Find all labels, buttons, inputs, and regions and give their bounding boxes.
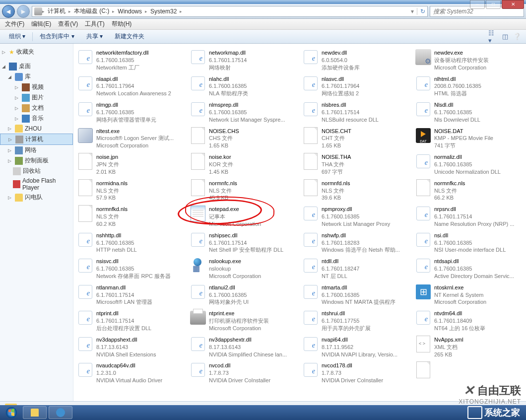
- tree-libraries[interactable]: ◢库: [0, 71, 73, 82]
- file-item[interactable]: nvcod178.dll1.7.8.73NVIDIA Driver CoInst…: [301, 360, 411, 386]
- file-item[interactable]: nvaudcap64v.dll1.2.31.0NVIDIA Virtual Au…: [75, 360, 186, 386]
- file-item[interactable]: newdev.exe设备驱动程序软件安装Microsoft Corporatio…: [413, 48, 524, 73]
- crumb-windows[interactable]: Windows: [115, 8, 145, 15]
- file-detail: 45.9 KB: [209, 194, 297, 202]
- file-item[interactable]: networkmap.dll6.1.7601.17514网络映射: [188, 48, 299, 73]
- file-name: ntvdm64.dll: [434, 310, 522, 317]
- file-item[interactable]: ntdll.dll6.1.7601.18247NT 层 DLL: [301, 256, 411, 281]
- file-item[interactable]: ntlanui2.dll6.1.7600.16385网络对象外壳 UI: [188, 282, 299, 308]
- file-detail: NLS 文件: [434, 187, 522, 195]
- file-item[interactable]: nsisvc.dll6.1.7600.16385Network 存储界面 RPC…: [75, 256, 186, 281]
- tree-desktop[interactable]: ◢桌面: [0, 61, 73, 71]
- file-item[interactable]: nlaapi.dll6.1.7601.17964Network Location…: [75, 74, 186, 99]
- start-button[interactable]: [2, 406, 21, 420]
- back-button[interactable]: ◄: [2, 5, 15, 18]
- file-item[interactable]: ntmarta.dll6.1.7600.16385Windows NT MART…: [301, 282, 411, 308]
- tree-videos[interactable]: ▷视频: [0, 82, 73, 92]
- menu-tools[interactable]: 工具(T): [82, 19, 107, 29]
- menu-file[interactable]: 文件(F): [2, 19, 27, 29]
- tree-favorites[interactable]: ▷★收藏夹: [0, 47, 73, 57]
- tree-user[interactable]: ▷ZHOU: [0, 124, 73, 134]
- close-button[interactable]: ✕: [502, 0, 524, 9]
- file-item[interactable]: NOISE.DATKMP - MPEG Movie File741 字节: [413, 126, 524, 151]
- file-item[interactable]: nv3dappshext.dll8.17.13.6143NVIDIA Shell…: [75, 335, 186, 360]
- file-item[interactable]: NOISE.CHTCHT 文件1.65 KB: [301, 126, 411, 151]
- maximize-button[interactable]: □: [486, 0, 501, 9]
- tree-computer[interactable]: ▷计算机: [0, 134, 73, 145]
- help-icon[interactable]: ❔: [512, 32, 522, 42]
- file-detail: 265 KB: [434, 351, 522, 358]
- file-item[interactable]: NOISE.THATHA 文件697 字节: [301, 152, 411, 177]
- file-item[interactable]: normnfkd.nlsNLS 文件60.2 KB: [75, 204, 186, 229]
- file-item[interactable]: nvcod.dll1.7.8.73NVIDIA Driver CoInstall…: [188, 360, 299, 386]
- file-item[interactable]: nlsbres.dll6.1.7601.17514NLSBuild resour…: [301, 100, 411, 125]
- crumb-drive[interactable]: 本地磁盘 (C:): [71, 7, 112, 15]
- file-item[interactable]: NvApps.xmlXML 文档265 KB: [413, 335, 524, 360]
- file-item[interactable]: nshhttp.dll6.1.7600.16385HTTP netsh DLL: [75, 230, 186, 256]
- file-item[interactable]: nltest.exeMicrosoft® Logon Server 测试...M…: [75, 126, 186, 151]
- file-item[interactable]: nvapi64.dll8.17.11.9562NVIDIA NVAPI Libr…: [301, 335, 411, 360]
- file-item[interactable]: networkitemfactory.dll6.1.7600.16385Netw…: [75, 48, 186, 73]
- forward-button[interactable]: ►: [17, 5, 30, 18]
- task-explorer[interactable]: [23, 406, 47, 419]
- file-item[interactable]: normidna.nlsNLS 文件57.9 KB: [75, 178, 186, 204]
- file-item[interactable]: ntdsapi.dll6.1.7600.16385Active Director…: [413, 256, 524, 281]
- file-item[interactable]: ntprint.dll6.1.7601.17514后台处理程序设置 DLL: [75, 308, 186, 334]
- file-item[interactable]: ntprint.exe打印机驱动程序软件安装Microsoft Corporat…: [188, 308, 299, 334]
- tree-network[interactable]: ▷网络: [0, 145, 73, 155]
- preview-pane-icon[interactable]: ◫: [500, 32, 510, 42]
- crumb-system32[interactable]: System32: [147, 8, 180, 15]
- file-name: nrpsrv.dll: [434, 206, 522, 213]
- file-item[interactable]: Nlsdl.dll6.1.7600.16385Nls Downlevel DLL: [413, 100, 524, 125]
- menu-view[interactable]: 查看(V): [55, 19, 81, 29]
- tree-flash[interactable]: Adobe Flash Player: [0, 176, 73, 192]
- file-item[interactable]: nlmgp.dll6.1.7600.16385网络列表管理器管理单元: [75, 100, 186, 125]
- file-item[interactable]: nlasvc.dll6.1.7601.17964网络位置感知 2: [301, 74, 411, 99]
- file-item[interactable]: npmproxy.dll6.1.7600.16385Network List M…: [301, 204, 411, 229]
- task-app[interactable]: [49, 406, 72, 419]
- menu-edit[interactable]: 编辑(E): [28, 19, 54, 29]
- file-item[interactable]: nshwfp.dll6.1.7601.18283Windows 筛选平台 Net…: [301, 230, 411, 256]
- tree-documents[interactable]: ▷文档: [0, 103, 73, 113]
- file-detail: 1.65 KB: [209, 142, 297, 149]
- tree-control-panel[interactable]: ▷控制面板: [0, 155, 73, 166]
- crumb-computer[interactable]: 计算机: [45, 7, 68, 15]
- menu-help[interactable]: 帮助(H): [109, 19, 135, 29]
- view-options-icon[interactable]: ☷ ▾: [488, 32, 498, 42]
- minimize-button[interactable]: ─: [470, 0, 485, 9]
- file-item[interactable]: ⊞ntoskrnl.exeNT Kernel & SystemMicrosoft…: [413, 282, 524, 308]
- file-item[interactable]: noise.jpnJPN 文件2.01 KB: [75, 152, 186, 177]
- file-item[interactable]: nslookup.exenslookupMicrosoft Corporatio…: [188, 256, 299, 281]
- tree-music[interactable]: ▷音乐: [0, 113, 73, 124]
- file-item[interactable]: NOISE.CHSCHS 文件1.65 KB: [188, 126, 299, 151]
- tree-other[interactable]: ▷闪电队: [0, 192, 73, 203]
- file-item[interactable]: noise.korKOR 文件1.45 KB: [188, 152, 299, 177]
- titlebar: ─ □ ✕: [0, 0, 526, 4]
- include-library-button[interactable]: 包含到库中 ▾: [35, 31, 79, 42]
- file-item[interactable]: normnfc.nlsNLS 文件45.9 KB: [188, 178, 299, 204]
- file-item[interactable]: normnfd.nlsNLS 文件39.6 KB: [301, 178, 411, 204]
- file-item[interactable]: nlahc.dll6.1.7600.16385NLA 帮助程序类: [188, 74, 299, 99]
- file-item[interactable]: nlhtml.dll2008.0.7600.16385HTML 筛选器: [413, 74, 524, 99]
- file-item[interactable]: nshipsec.dll6.1.7601.17514Net Shell IP 安…: [188, 230, 299, 256]
- organize-button[interactable]: 组织 ▾: [4, 31, 30, 42]
- share-button[interactable]: 共享 ▾: [81, 31, 108, 42]
- file-item[interactable]: nlmsprep.dll6.1.7600.16385Network List M…: [188, 100, 299, 125]
- tree-recycle[interactable]: 回收站: [0, 166, 73, 176]
- file-item[interactable]: ntlanman.dll6.1.7601.17514Microsoft® LAN…: [75, 282, 186, 308]
- file-item[interactable]: ntvdm64.dll6.1.7601.18409NT64 上的 16 位枚举: [413, 308, 524, 334]
- file-item[interactable]: nv3dappshextr.dll8.17.13.6143NVIDIA Simp…: [188, 335, 299, 360]
- file-item[interactable]: [413, 360, 524, 386]
- file-item[interactable]: normnfkc.nlsNLS 文件66.2 KB: [413, 178, 524, 204]
- file-detail: 60.2 KB: [96, 220, 184, 228]
- file-list[interactable]: networkitemfactory.dll6.1.7600.16385Netw…: [73, 44, 526, 401]
- file-item[interactable]: nrpsrv.dll6.1.7601.17514Name Resolution …: [413, 204, 524, 229]
- breadcrumb[interactable]: ▸ 计算机 ▸ 本地磁盘 (C:) ▸ Windows ▸ System32 ▸…: [32, 6, 428, 17]
- file-item[interactable]: nsi.dll6.1.7600.16385NSI User-mode inter…: [413, 230, 524, 256]
- file-item[interactable]: newdev.dll6.0.5054.0添加硬件设备库: [301, 48, 411, 73]
- file-item[interactable]: ntshrui.dll6.1.7601.17755用于共享的外壳扩展: [301, 308, 411, 334]
- file-item[interactable]: normaliz.dll6.1.7600.16385Unicode Normal…: [413, 152, 524, 177]
- new-folder-button[interactable]: 新建文件夹: [110, 31, 149, 42]
- file-item[interactable]: notepad.exe记事本Microsoft Corporation: [188, 204, 299, 229]
- tree-pictures[interactable]: ▷图片: [0, 92, 73, 103]
